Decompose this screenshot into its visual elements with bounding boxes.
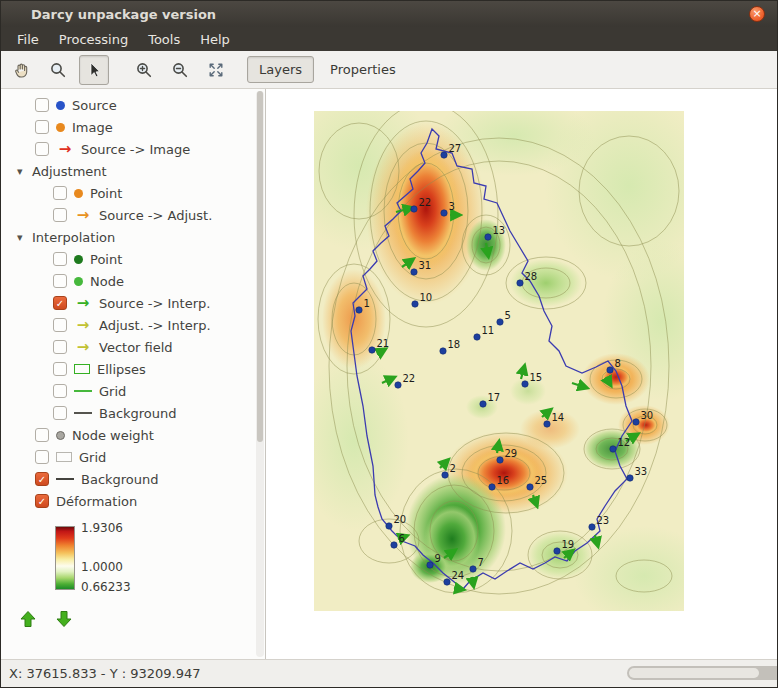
tree-item-background[interactable]: ✓Background [1,468,265,490]
map-point-label: 5 [505,310,511,321]
select-cursor-button[interactable] [79,55,109,85]
map-point-22[interactable] [411,206,417,212]
tree-item-point[interactable]: Point [1,248,265,270]
map-point-27[interactable] [441,152,447,158]
tree-item-d-formation[interactable]: ✓Déformation [1,490,265,512]
zoom-extent-button[interactable] [201,55,231,85]
map-point-28[interactable] [517,280,523,286]
map-point-3[interactable] [441,210,447,216]
tab-layers[interactable]: Layers [247,56,314,83]
map-point-2[interactable] [442,472,448,478]
tree-item-source-image[interactable]: →Source -> Image [1,138,265,160]
map-point-5[interactable] [497,319,503,325]
map-point-31[interactable] [411,269,417,275]
layer-checkbox[interactable] [53,318,67,332]
menu-processing[interactable]: Processing [51,29,136,50]
deformation-map[interactable]: 2722313312811052111188221517143012292162… [314,111,684,611]
map-point-label: 21 [377,338,390,349]
tree-item-grid[interactable]: Grid [1,446,265,468]
layer-checkbox[interactable] [53,384,67,398]
zoom-out-button[interactable] [165,55,195,85]
tree-item-node[interactable]: Node [1,270,265,292]
layer-line-icon [74,412,92,414]
move-layer-up-button[interactable] [15,606,41,632]
layer-checkbox[interactable] [53,186,67,200]
tree-item-node-weight[interactable]: Node weight [1,424,265,446]
map-point-17[interactable] [480,401,486,407]
menu-file[interactable]: File [9,29,47,50]
map-point-11[interactable] [474,334,480,340]
tree-item-background[interactable]: Background [1,402,265,424]
layer-checkbox[interactable]: ✓ [35,472,49,486]
close-button[interactable]: × [749,6,765,22]
map-point-16[interactable] [489,484,495,490]
tree-group-adjustment[interactable]: ▾Adjustment [1,160,265,182]
map-point-7[interactable] [470,566,476,572]
zoom-button[interactable] [43,55,73,85]
panel-vertical-scrollbar[interactable] [256,91,264,657]
tree-item-source-interp[interactable]: ✓→Source -> Interp. [1,292,265,314]
tree-item-vector-field[interactable]: →Vector field [1,336,265,358]
menu-help[interactable]: Help [192,29,238,50]
map-point-21[interactable] [369,347,375,353]
layer-checkbox[interactable] [53,252,67,266]
map-point-label: 19 [562,539,575,550]
tree-item-image[interactable]: Image [1,116,265,138]
map-point-9[interactable] [427,562,433,568]
map-point-18[interactable] [440,348,446,354]
layer-checkbox[interactable] [53,274,67,288]
expander-icon[interactable]: ▾ [17,165,32,178]
map-canvas[interactable]: 2722313312811052111188221517143012292162… [266,89,777,659]
layer-checkbox[interactable] [53,362,67,376]
tree-item-adjust-interp[interactable]: →Adjust. -> Interp. [1,314,265,336]
layer-checkbox[interactable] [35,120,49,134]
map-point-24[interactable] [444,579,450,585]
map-point-30[interactable] [633,419,639,425]
layer-checkbox[interactable]: ✓ [53,296,67,310]
tree-item-source-adjust[interactable]: →Source -> Adjust. [1,204,265,226]
map-point-label: 33 [635,466,648,477]
map-point-29[interactable] [497,457,503,463]
map-point-14[interactable] [544,421,550,427]
layer-checkbox[interactable] [53,340,67,354]
tab-properties[interactable]: Properties [318,56,408,83]
map-point-label: 13 [493,225,506,236]
map-point-label: 16 [497,475,510,486]
tree-item-source[interactable]: Source [1,94,265,116]
layer-checkbox[interactable]: ✓ [35,494,49,508]
horizontal-scrollbar-handle[interactable] [629,668,759,678]
menu-tools[interactable]: Tools [140,29,188,50]
zoom-in-button[interactable] [129,55,159,85]
tree-group-interpolation[interactable]: ▾Interpolation [1,226,265,248]
map-point-1[interactable] [356,307,362,313]
map-point-15[interactable] [522,381,528,387]
map-point-10[interactable] [412,301,418,307]
pan-hand-button[interactable] [7,55,37,85]
tree-item-grid[interactable]: Grid [1,380,265,402]
map-point-8[interactable] [607,367,613,373]
expander-icon[interactable]: ▾ [17,231,32,244]
layer-checkbox[interactable] [35,428,49,442]
layer-checkbox[interactable] [53,208,67,222]
horizontal-scrollbar[interactable] [627,666,777,680]
map-point-label: 3 [449,201,455,212]
map-point-13[interactable] [485,234,491,240]
map-point-33[interactable] [627,475,633,481]
map-point-22[interactable] [395,382,401,388]
layer-checkbox[interactable] [35,142,49,156]
tree-item-ellipses[interactable]: Ellipses [1,358,265,380]
tree-item-point[interactable]: Point [1,182,265,204]
map-point-12[interactable] [610,446,616,452]
map-point-25[interactable] [527,484,533,490]
layer-arrow-icon: → [56,143,74,155]
layer-checkbox[interactable] [53,406,67,420]
move-layer-down-button[interactable] [51,606,77,632]
map-point-19[interactable] [554,548,560,554]
layer-checkbox[interactable] [35,98,49,112]
map-point-6[interactable] [391,542,397,548]
layer-dot-icon [74,277,83,286]
layer-checkbox[interactable] [35,450,49,464]
map-point-23[interactable] [589,524,595,530]
panel-scrollbar-handle[interactable] [257,91,263,442]
map-point-20[interactable] [386,523,392,529]
